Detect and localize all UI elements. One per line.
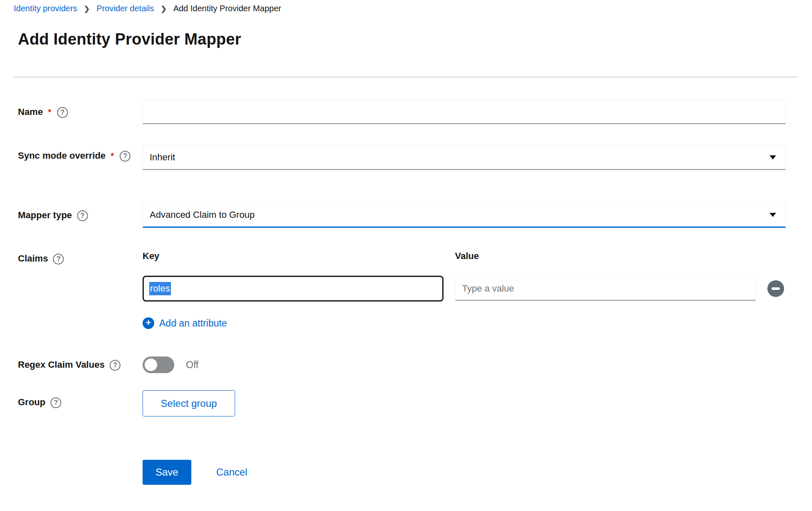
mapper-form: Name * ? Sync mode override * ? Inherit … <box>0 100 812 485</box>
name-label-text: Name <box>18 107 43 117</box>
add-attribute-link[interactable]: + Add an attribute <box>143 317 227 329</box>
group-field: Select group <box>143 390 786 416</box>
form-row-sync-mode: Sync mode override * ? Inherit <box>18 145 786 170</box>
caret-down-icon <box>769 155 776 160</box>
claims-key-selected-text: roles <box>149 282 171 295</box>
claims-key-header: Key <box>143 251 444 262</box>
help-icon[interactable]: ? <box>110 360 120 371</box>
form-row-group: Group ? Select group <box>18 390 786 416</box>
breadcrumb-current-page: Add Identity Provider Mapper <box>173 4 281 13</box>
sync-mode-select[interactable]: Inherit <box>143 145 786 170</box>
chevron-right-icon: ❯ <box>84 5 90 13</box>
claims-label-text: Claims <box>18 253 48 264</box>
help-icon[interactable]: ? <box>53 254 64 264</box>
form-row-regex-claim-values: Regex Claim Values ? Off <box>18 356 786 373</box>
form-row-claims: Claims ? Key Value roles + Add an attrib… <box>18 251 786 329</box>
required-asterisk: * <box>110 151 114 160</box>
claims-grid: Key Value roles <box>143 251 786 302</box>
form-actions: Save Cancel <box>143 460 786 485</box>
mapper-type-select[interactable]: Advanced Claim to Group <box>143 203 786 228</box>
caret-down-icon <box>769 213 776 217</box>
name-label: Name * ? <box>18 100 136 119</box>
form-row-name: Name * ? <box>18 100 786 124</box>
title-divider <box>14 77 798 77</box>
breadcrumb-identity-providers[interactable]: Identity providers <box>14 4 77 13</box>
regex-claim-values-label-text: Regex Claim Values <box>18 359 105 370</box>
cancel-link[interactable]: Cancel <box>216 466 248 478</box>
minus-icon <box>772 287 780 290</box>
required-asterisk: * <box>48 107 51 117</box>
claims-label: Claims ? <box>18 251 136 266</box>
help-icon[interactable]: ? <box>77 210 88 221</box>
chevron-right-icon: ❯ <box>160 5 166 13</box>
add-attribute-label: Add an attribute <box>159 318 227 329</box>
claims-editor: Key Value roles + Add an attribute <box>143 251 786 329</box>
save-button[interactable]: Save <box>143 460 191 485</box>
help-icon[interactable]: ? <box>120 151 130 162</box>
sync-mode-label: Sync mode override * ? <box>18 145 136 164</box>
mapper-type-selected-value: Advanced Claim to Group <box>150 209 255 220</box>
mapper-type-label-text: Mapper type <box>18 210 72 220</box>
claims-key-input[interactable]: roles <box>143 276 444 302</box>
group-label-text: Group <box>18 397 45 407</box>
regex-toggle-group: Off <box>143 356 786 373</box>
page-title: Add Identity Provider Mapper <box>18 30 812 48</box>
name-input[interactable] <box>143 100 786 124</box>
select-group-button[interactable]: Select group <box>143 390 235 416</box>
form-row-mapper-type: Mapper type ? Advanced Claim to Group <box>18 203 786 228</box>
mapper-type-label: Mapper type ? <box>18 203 136 222</box>
claims-value-input[interactable] <box>455 277 756 301</box>
plus-circle-icon: + <box>143 317 154 329</box>
sync-mode-selected-value: Inherit <box>150 152 175 163</box>
toggle-knob <box>145 359 157 371</box>
breadcrumb: Identity providers ❯ Provider details ❯ … <box>0 0 812 12</box>
group-label: Group ? <box>18 390 136 409</box>
help-icon[interactable]: ? <box>57 107 68 118</box>
breadcrumb-provider-details[interactable]: Provider details <box>97 4 154 13</box>
help-icon[interactable]: ? <box>50 397 61 408</box>
remove-claim-button[interactable] <box>767 280 784 297</box>
regex-toggle-state-label: Off <box>186 359 198 371</box>
claims-value-header: Value <box>455 251 756 262</box>
sync-mode-label-text: Sync mode override <box>18 150 105 161</box>
regex-claim-values-label: Regex Claim Values ? <box>18 356 136 372</box>
regex-toggle[interactable] <box>143 356 174 373</box>
